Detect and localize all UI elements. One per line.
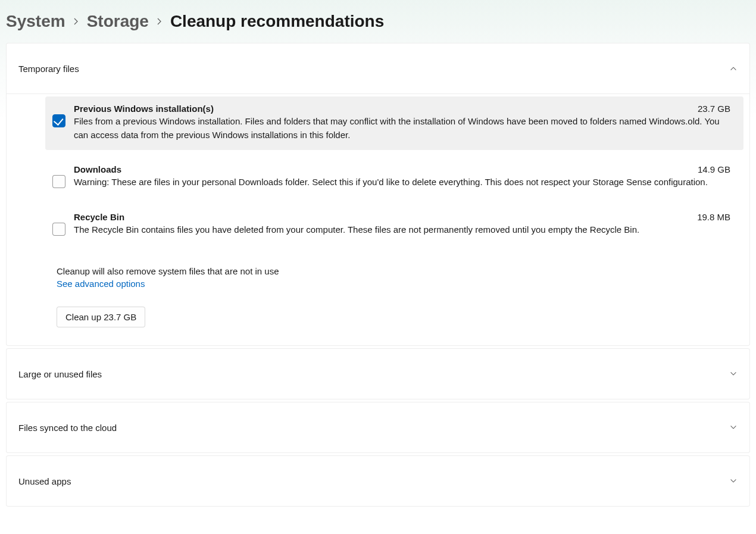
panel-large-unused: Large or unused files xyxy=(6,348,750,399)
item-content: Downloads 14.9 GB Warning: These are fil… xyxy=(74,164,730,189)
checkbox-previous-windows[interactable] xyxy=(52,114,65,127)
chevron-down-icon xyxy=(729,423,738,432)
item-size: 23.7 GB xyxy=(698,104,730,114)
panel-header-temporary-files[interactable]: Temporary files xyxy=(7,43,749,93)
item-description: The Recycle Bin contains files you have … xyxy=(74,223,730,237)
panel-header-unused-apps[interactable]: Unused apps xyxy=(7,456,749,506)
panel-unused-apps: Unused apps xyxy=(6,455,750,507)
cleanup-button[interactable]: Clean up 23.7 GB xyxy=(57,307,145,327)
cleanup-item-downloads[interactable]: Downloads 14.9 GB Warning: These are fil… xyxy=(45,157,743,198)
cleanup-item-recycle-bin[interactable]: Recycle Bin 19.8 MB The Recycle Bin cont… xyxy=(45,205,743,245)
breadcrumb: System Storage Cleanup recommendations xyxy=(6,6,750,43)
panel-title: Unused apps xyxy=(18,476,71,486)
chevron-right-icon xyxy=(155,17,164,26)
panel-header-synced-cloud[interactable]: Files synced to the cloud xyxy=(7,402,749,452)
item-size: 19.8 MB xyxy=(697,212,730,222)
item-title: Downloads xyxy=(74,164,121,174)
item-description: Warning: These are files in your persona… xyxy=(74,176,730,189)
chevron-up-icon xyxy=(729,64,738,73)
checkbox-downloads[interactable] xyxy=(52,175,65,188)
cleanup-note: Cleanup will also remove system files th… xyxy=(57,266,743,276)
chevron-right-icon xyxy=(71,17,81,26)
panel-body-temporary-files: Previous Windows installation(s) 23.7 GB… xyxy=(7,93,749,345)
panel-title: Files synced to the cloud xyxy=(18,423,117,433)
item-title: Recycle Bin xyxy=(74,212,124,222)
cleanup-item-previous-windows[interactable]: Previous Windows installation(s) 23.7 GB… xyxy=(45,96,743,150)
advanced-options-link[interactable]: See advanced options xyxy=(57,279,145,289)
chevron-down-icon xyxy=(729,370,738,378)
item-title: Previous Windows installation(s) xyxy=(74,104,214,114)
item-content: Previous Windows installation(s) 23.7 GB… xyxy=(74,104,730,142)
item-description: Files from a previous Windows installati… xyxy=(74,115,730,142)
panel-title: Temporary files xyxy=(18,64,79,74)
checkbox-recycle-bin[interactable] xyxy=(52,223,65,236)
panel-title: Large or unused files xyxy=(18,369,102,379)
breadcrumb-storage[interactable]: Storage xyxy=(87,12,149,31)
panel-header-large-unused[interactable]: Large or unused files xyxy=(7,349,749,399)
panel-temporary-files: Temporary files Previous Windows install… xyxy=(6,43,750,346)
panel-synced-cloud: Files synced to the cloud xyxy=(6,402,750,453)
breadcrumb-system[interactable]: System xyxy=(6,12,65,31)
chevron-down-icon xyxy=(729,477,738,485)
page-title: Cleanup recommendations xyxy=(170,12,384,31)
item-content: Recycle Bin 19.8 MB The Recycle Bin cont… xyxy=(74,212,730,237)
item-size: 14.9 GB xyxy=(698,164,730,174)
